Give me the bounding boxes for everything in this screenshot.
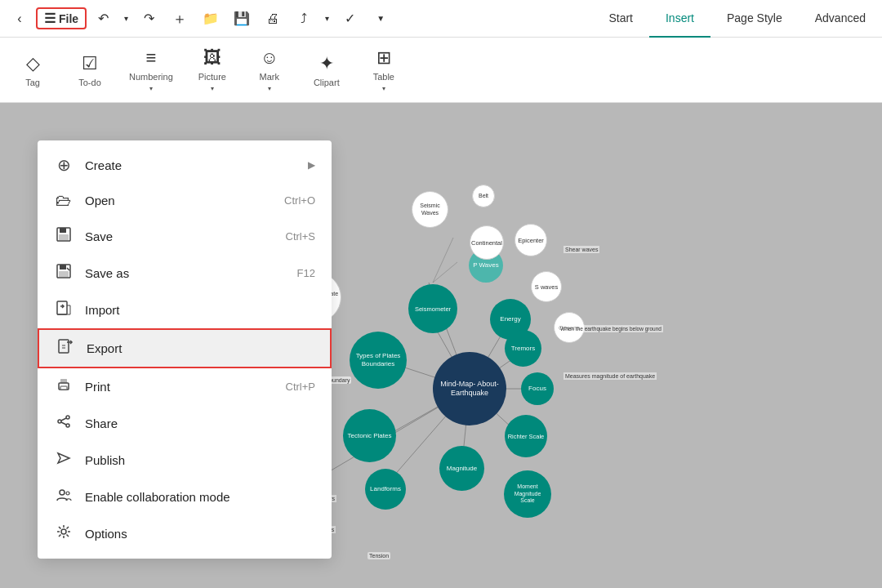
options-icon <box>54 523 74 544</box>
share-icon <box>54 413 74 434</box>
undo-dropdown[interactable]: ▾ <box>119 4 132 33</box>
node-seismometer[interactable]: Seismometer <box>408 284 457 333</box>
menu-item-save[interactable]: Save Ctrl+S <box>38 218 332 255</box>
file-menu-button[interactable]: ☰ File <box>36 7 87 29</box>
svg-line-12 <box>433 238 453 283</box>
print-button[interactable]: 🖨 <box>258 4 287 33</box>
menu-item-save-as[interactable]: Save as F12 <box>38 255 332 292</box>
svg-marker-34 <box>58 453 69 463</box>
tool-table[interactable]: ⊞ Table ▾ <box>359 42 408 97</box>
export-dropdown[interactable]: ▾ <box>320 4 333 33</box>
menu-item-open[interactable]: 🗁 Open Ctrl+O <box>38 183 332 218</box>
menu-item-create[interactable]: ⊕ Create ▶ <box>38 147 332 183</box>
tool-tag[interactable]: ◇ Tag <box>8 48 57 92</box>
toolbar-left-section: ‹ ☰ File ↶ ▾ ↷ ＋ 📁 💾 🖨 ⤴ ▾ ✓ ▼ <box>0 4 400 33</box>
add-button[interactable]: ＋ <box>165 4 194 33</box>
folder-button[interactable]: 📁 <box>196 4 225 33</box>
svg-rect-18 <box>59 271 69 277</box>
picture-icon: 🖼 <box>203 47 221 69</box>
save-as-icon <box>54 263 74 283</box>
back-button[interactable]: ‹ <box>5 4 34 33</box>
node-magnitude[interactable]: Magnitude <box>439 446 484 491</box>
node-epicenter[interactable]: Epicenter <box>514 224 547 256</box>
node-richter[interactable]: Richter Scale <box>505 415 547 457</box>
svg-line-32 <box>61 418 66 421</box>
node-continental[interactable]: Continental <box>470 225 504 260</box>
svg-point-37 <box>61 529 66 534</box>
undo-button[interactable]: ↶ <box>88 4 118 33</box>
svg-point-36 <box>66 492 69 495</box>
menu-item-import[interactable]: Import <box>38 292 332 328</box>
nav-tabs: Start Insert Page Style Advanced <box>592 0 882 38</box>
menu-item-print[interactable]: Print Ctrl+P <box>38 368 332 405</box>
create-submenu-arrow: ▶ <box>308 159 315 171</box>
tab-page-style[interactable]: Page Style <box>710 0 799 38</box>
svg-point-29 <box>58 420 61 423</box>
svg-rect-27 <box>60 379 67 383</box>
clipart-icon: ✦ <box>319 53 334 74</box>
more-button[interactable]: ▼ <box>366 4 395 33</box>
numbering-arrow: ▾ <box>149 85 153 92</box>
svg-line-19 <box>67 268 69 270</box>
menu-item-publish[interactable]: Publish <box>38 442 332 479</box>
main-toolbar: ‹ ☰ File ↶ ▾ ↷ ＋ 📁 💾 🖨 ⤴ ▾ ✓ ▼ Start Ins… <box>0 0 882 38</box>
export-button[interactable]: ⤴ <box>289 4 318 33</box>
node-focus[interactable]: Focus <box>521 372 554 405</box>
svg-rect-17 <box>60 265 66 270</box>
create-icon: ⊕ <box>54 155 74 175</box>
publish-icon <box>54 450 74 470</box>
node-center[interactable]: Mind-Map- About- Earthquake <box>433 352 506 425</box>
tab-start[interactable]: Start <box>592 0 649 38</box>
tool-clipart[interactable]: ✦ Clipart <box>302 48 351 92</box>
tool-mark[interactable]: ☺ Mark ▾ <box>245 42 294 97</box>
node-moment[interactable]: Moment MagnitudeScale <box>504 470 551 518</box>
save-icon <box>54 226 74 247</box>
tool-picture[interactable]: 🖼 Picture ▾ <box>188 42 237 97</box>
label-measure: Measures magnitude of earthquake <box>564 372 657 380</box>
node-swaves1[interactable]: S waves <box>531 271 562 302</box>
tool-todo[interactable]: ☑ To-do <box>65 48 114 92</box>
table-arrow: ▾ <box>382 85 385 92</box>
mark-icon: ☺ <box>261 47 278 69</box>
save-button[interactable]: 💾 <box>227 4 256 33</box>
print-icon <box>54 376 74 397</box>
menu-item-options[interactable]: Options <box>38 515 332 552</box>
main-area: Mind-Map- About- Earthquake Types of Pla… <box>0 103 882 588</box>
label-shear: Shear waves <box>564 246 599 253</box>
menu-item-export[interactable]: Export <box>38 328 332 368</box>
node-seismic[interactable]: Seismic Waves <box>412 191 448 228</box>
tab-insert[interactable]: Insert <box>649 0 710 38</box>
open-icon: 🗁 <box>54 191 74 210</box>
svg-line-11 <box>433 262 457 283</box>
svg-point-31 <box>66 424 69 427</box>
svg-point-30 <box>66 416 69 419</box>
tool-numbering[interactable]: ≡ Numbering ▾ <box>122 42 180 97</box>
mark-arrow: ▾ <box>268 85 271 92</box>
tag-icon: ◇ <box>26 53 40 74</box>
tab-advanced[interactable]: Advanced <box>799 0 882 38</box>
file-label: File <box>59 12 78 25</box>
label-quake: When the earthquake begins below ground <box>559 325 663 332</box>
menu-item-share[interactable]: Share <box>38 405 332 442</box>
node-belt[interactable]: Belt <box>472 185 495 207</box>
node-types[interactable]: Types of PlatesBoundaries <box>350 332 407 389</box>
menu-item-collab[interactable]: Enable collaboration mode <box>38 479 332 515</box>
hamburger-icon: ☰ <box>44 11 56 26</box>
svg-rect-28 <box>60 386 67 390</box>
file-dropdown-menu: ⊕ Create ▶ 🗁 Open Ctrl+O Save Ctrl+S <box>38 140 332 559</box>
picture-arrow: ▾ <box>211 85 214 92</box>
svg-point-35 <box>60 490 65 495</box>
table-icon: ⊞ <box>376 47 391 69</box>
node-landforms[interactable]: Landforms <box>365 469 406 510</box>
svg-rect-14 <box>60 228 66 233</box>
redo-button[interactable]: ↷ <box>134 4 163 33</box>
numbering-icon: ≡ <box>145 47 156 69</box>
collab-icon <box>54 487 74 507</box>
node-tremors[interactable]: Tremors <box>505 330 541 367</box>
label-tension: Tension <box>368 552 390 559</box>
secondary-toolbar: ◇ Tag ☑ To-do ≡ Numbering ▾ 🖼 Picture ▾ … <box>0 38 882 103</box>
todo-icon: ☑ <box>82 53 98 74</box>
node-tectonic[interactable]: Tectonic Plates <box>343 409 396 462</box>
svg-line-33 <box>61 422 66 425</box>
check-button[interactable]: ✓ <box>335 4 364 33</box>
